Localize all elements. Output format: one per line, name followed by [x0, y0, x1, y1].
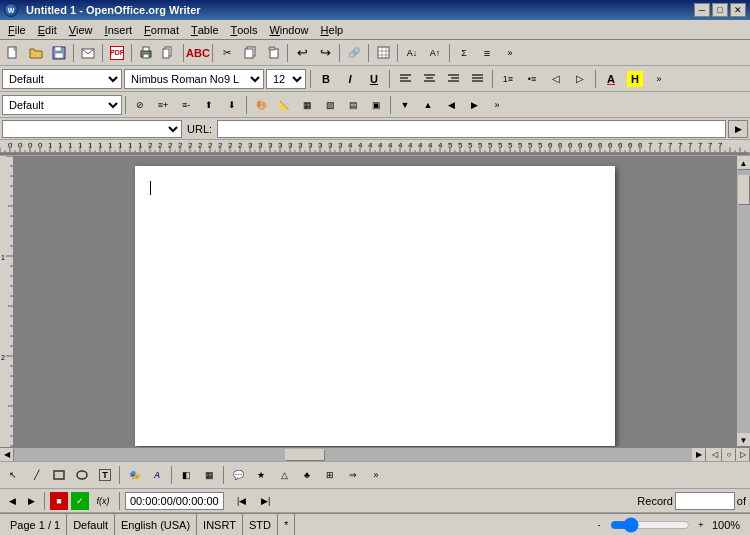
menu-tools[interactable]: Tools — [225, 21, 264, 39]
record-prev-button[interactable]: |◀ — [231, 490, 253, 512]
menu-file[interactable]: File — [2, 21, 32, 39]
underline-button[interactable]: U — [363, 68, 385, 90]
stars-button[interactable]: ★ — [250, 464, 272, 486]
menu-format[interactable]: Format — [138, 21, 185, 39]
record-play-button[interactable]: ▶| — [255, 490, 277, 512]
bullet-button[interactable]: •≡ — [521, 68, 543, 90]
scroll-up-button[interactable]: ▲ — [737, 156, 751, 170]
tb3-btn3[interactable]: ≡- — [175, 94, 197, 116]
formula-stop-button[interactable]: ■ — [50, 492, 68, 510]
font-color-button[interactable]: A — [600, 68, 622, 90]
cut-button[interactable]: ✂ — [216, 42, 238, 64]
paste-button[interactable] — [262, 42, 284, 64]
save-button[interactable] — [48, 42, 70, 64]
block-arrows-button[interactable]: ⇒ — [342, 464, 364, 486]
flowchart-button[interactable]: ⊞ — [319, 464, 341, 486]
new-button[interactable] — [2, 42, 24, 64]
tb-extra-3[interactable]: Σ — [453, 42, 475, 64]
symbol-shapes-button[interactable]: ♣ — [296, 464, 318, 486]
undo-button[interactable]: ↩ — [291, 42, 313, 64]
italic-button[interactable]: I — [339, 68, 361, 90]
indent-dec-button[interactable]: ◁ — [545, 68, 567, 90]
scroll-left-button[interactable]: ◀ — [0, 448, 14, 462]
tb-extra-2[interactable]: A↑ — [424, 42, 446, 64]
copy-button[interactable] — [239, 42, 261, 64]
table-insert-button[interactable] — [372, 42, 394, 64]
maximize-button[interactable]: □ — [712, 3, 728, 17]
menu-view[interactable]: View — [63, 21, 99, 39]
align-right-button[interactable] — [442, 68, 464, 90]
spellcheck-button[interactable]: ABC — [187, 42, 209, 64]
h-scroll-thumb[interactable] — [285, 449, 325, 461]
tb3-btn1[interactable]: ⊘ — [129, 94, 151, 116]
close-button[interactable]: ✕ — [730, 3, 746, 17]
toolbar-overflow[interactable]: » — [499, 42, 521, 64]
email-button[interactable] — [77, 42, 99, 64]
obj-nav-button[interactable]: ○ — [722, 448, 736, 462]
url-input[interactable] — [217, 120, 726, 138]
minimize-button[interactable]: ─ — [694, 3, 710, 17]
draw-rect-button[interactable] — [48, 464, 70, 486]
draw-overflow[interactable]: » — [365, 464, 387, 486]
tb3-btn11[interactable]: ▣ — [365, 94, 387, 116]
tb3-btn14[interactable]: ◀ — [440, 94, 462, 116]
print-button[interactable] — [135, 42, 157, 64]
draw-fontwork[interactable]: A — [146, 464, 168, 486]
tb3-btn2[interactable]: ≡+ — [152, 94, 174, 116]
menu-help[interactable]: Help — [315, 21, 350, 39]
tb3-btn15[interactable]: ▶ — [463, 94, 485, 116]
selection-mode-section[interactable]: STD — [243, 514, 278, 535]
tb3-btn9[interactable]: ▧ — [319, 94, 341, 116]
menu-insert[interactable]: Insert — [99, 21, 139, 39]
draw-from-gallery[interactable]: 🎭 — [123, 464, 145, 486]
toolbar3-overflow[interactable]: » — [486, 94, 508, 116]
hyperlink-button[interactable]: 🔗 — [343, 42, 365, 64]
menu-table[interactable]: Table — [185, 21, 225, 39]
scroll-track[interactable] — [737, 170, 750, 433]
bold-button[interactable]: B — [315, 68, 337, 90]
prev-page-button[interactable]: ◁ — [708, 448, 722, 462]
redo-button[interactable]: ↪ — [314, 42, 336, 64]
tb-extra-4[interactable]: ≡ — [476, 42, 498, 64]
insert-mode-section[interactable]: INSRT — [197, 514, 243, 535]
zoom-slider[interactable] — [610, 520, 690, 530]
style-select[interactable]: Default — [2, 69, 122, 89]
url-go-button[interactable]: ▶ — [728, 120, 748, 138]
formula-prev-button[interactable]: ◀ — [4, 490, 20, 512]
tb3-btn8[interactable]: ▦ — [296, 94, 318, 116]
draw-ellipse-button[interactable] — [71, 464, 93, 486]
formula-accept-button[interactable]: ✓ — [71, 492, 89, 510]
area-style-button[interactable]: ▦ — [198, 464, 220, 486]
font-select[interactable]: Nimbus Roman No9 L — [124, 69, 264, 89]
draw-textbox-button[interactable]: T — [94, 464, 116, 486]
pdf-button[interactable]: PDF — [106, 42, 128, 64]
open-button[interactable] — [25, 42, 47, 64]
tb3-btn12[interactable]: ▼ — [394, 94, 416, 116]
size-select[interactable]: 12 — [266, 69, 306, 89]
scroll-right-button[interactable]: ▶ — [692, 448, 706, 462]
scroll-down-button[interactable]: ▼ — [737, 433, 751, 447]
preview-button[interactable] — [158, 42, 180, 64]
callout-button[interactable]: 💬 — [227, 464, 249, 486]
url-type-select[interactable] — [2, 120, 182, 138]
formula-fn-button[interactable]: f(x) — [92, 490, 114, 512]
align-center-button[interactable] — [418, 68, 440, 90]
scroll-thumb[interactable] — [738, 175, 750, 205]
menu-window[interactable]: Window — [263, 21, 314, 39]
highlight-button[interactable]: H — [624, 68, 646, 90]
basic-shapes-button[interactable]: △ — [273, 464, 295, 486]
tb3-btn13[interactable]: ▲ — [417, 94, 439, 116]
tb3-btn6[interactable]: 🎨 — [250, 94, 272, 116]
para-style-select[interactable]: Default — [2, 95, 122, 115]
next-page-button[interactable]: ▷ — [736, 448, 750, 462]
zoom-in-button[interactable]: + — [694, 518, 708, 532]
page-scroll[interactable] — [14, 156, 736, 447]
tb3-btn5[interactable]: ⬇ — [221, 94, 243, 116]
toolbar2-overflow[interactable]: » — [648, 68, 670, 90]
tb3-btn4[interactable]: ⬆ — [198, 94, 220, 116]
indent-inc-button[interactable]: ▷ — [569, 68, 591, 90]
shadow-button[interactable]: ◧ — [175, 464, 197, 486]
justify-button[interactable] — [466, 68, 488, 90]
tb-extra-1[interactable]: A↓ — [401, 42, 423, 64]
vertical-scrollbar[interactable]: ▲ ▼ — [736, 156, 750, 447]
